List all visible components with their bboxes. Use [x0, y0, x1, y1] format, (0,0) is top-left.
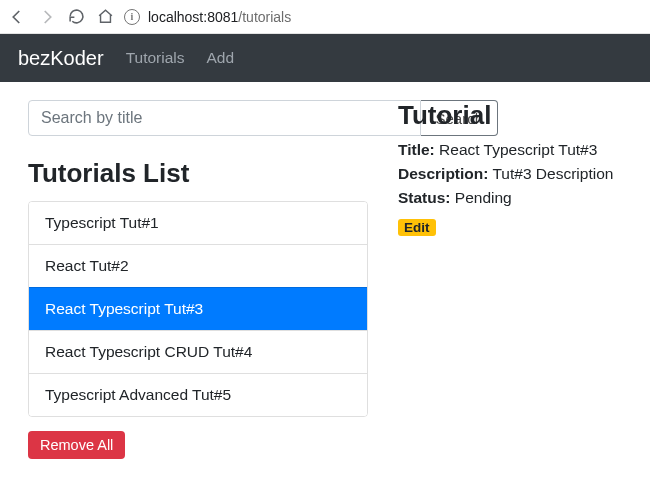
home-icon[interactable]: [97, 8, 114, 25]
url-host: localhost:: [148, 9, 207, 25]
list-item[interactable]: Typescript Tut#1: [29, 202, 367, 244]
address-bar[interactable]: i localhost:8081/tutorials: [124, 9, 291, 25]
list-item[interactable]: React Typescript Tut#3: [29, 287, 367, 330]
back-icon[interactable]: [8, 8, 26, 26]
brand-label[interactable]: bezKoder: [18, 47, 104, 70]
nav-link-tutorials[interactable]: Tutorials: [126, 49, 185, 67]
forward-icon[interactable]: [38, 8, 56, 26]
tutorials-list: Typescript Tut#1 React Tut#2 React Types…: [28, 201, 368, 417]
site-info-icon[interactable]: i: [124, 9, 140, 25]
list-item[interactable]: React Typescript CRUD Tut#4: [29, 330, 367, 373]
list-item[interactable]: React Tut#2: [29, 244, 367, 287]
tutorials-list-heading: Tutorials List: [28, 158, 368, 189]
search-input[interactable]: [28, 100, 421, 136]
reload-icon[interactable]: [68, 8, 85, 25]
list-item[interactable]: Typescript Advanced Tut#5: [29, 373, 367, 416]
detail-description-row: Description: Tut#3 Description: [398, 165, 622, 183]
remove-all-button[interactable]: Remove All: [28, 431, 125, 459]
detail-title-row: Title: React Typescript Tut#3: [398, 141, 622, 159]
app-navbar: bezKoder Tutorials Add: [0, 34, 650, 82]
browser-toolbar: i localhost:8081/tutorials: [0, 0, 650, 34]
edit-button[interactable]: Edit: [398, 219, 436, 236]
nav-link-add[interactable]: Add: [206, 49, 234, 67]
tutorial-detail-heading: Tutorial: [398, 100, 622, 131]
detail-status-row: Status: Pending: [398, 189, 622, 207]
url-path: /tutorials: [238, 9, 291, 25]
url-port: 8081: [207, 9, 238, 25]
